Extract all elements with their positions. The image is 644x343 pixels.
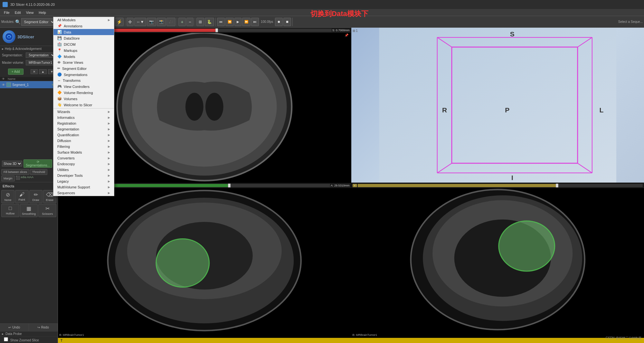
dropdown-data[interactable]: 📊 Data xyxy=(53,29,114,35)
segment-list-header: 👁 Name xyxy=(0,77,58,81)
dropdown-surface-models[interactable]: Surface Models xyxy=(53,149,114,155)
show-3d-button[interactable]: ⟳ Segmentations... xyxy=(24,159,52,168)
undo-button[interactable]: ↩ Undo xyxy=(0,324,29,331)
add-segment-button[interactable]: + Add xyxy=(8,69,24,75)
dropdown-legacy[interactable]: Legacy xyxy=(53,178,114,184)
tb-play[interactable]: ▶ xyxy=(234,18,242,26)
menu-view[interactable]: View xyxy=(24,10,36,15)
dropdown-wizards[interactable]: Wizards xyxy=(53,109,114,115)
dropdown-informatics[interactable]: Informatics xyxy=(53,115,114,120)
segmentation-select[interactable]: Segmentation xyxy=(26,52,56,58)
search-icon[interactable]: 🔍 xyxy=(15,19,21,24)
coronal-image-container: B: MRBrainTumor1 xyxy=(58,188,351,338)
dropdown-models[interactable]: 🔷 Models xyxy=(53,53,114,60)
threshold-button[interactable]: Threshold xyxy=(30,169,47,175)
dropdown-datastore[interactable]: 💾 DataStore xyxy=(53,35,114,41)
center-area: R S: 0.7000mm xyxy=(58,28,644,343)
svg-text:R: R xyxy=(442,106,447,114)
margin-button[interactable]: Margin xyxy=(1,176,15,181)
menu-file[interactable]: File xyxy=(1,10,12,15)
tb-btn5[interactable]: ⚡ xyxy=(115,18,124,26)
tb-play-prev[interactable]: ⏪ xyxy=(225,18,234,26)
dropdown-quantification[interactable]: Quantification xyxy=(53,132,114,138)
tb-minus[interactable]: − xyxy=(186,18,194,26)
nvidia-aiaa-label[interactable]: edia AIAA xyxy=(21,176,34,181)
yellow-bar: T xyxy=(58,338,644,343)
dropdown-view-controllers[interactable]: 🎮 View Controllers xyxy=(53,83,114,90)
fill-between-slices-button[interactable]: Fill between slices xyxy=(1,169,29,175)
segment-item[interactable]: 👁 Segment_1 ✏ xyxy=(0,81,58,88)
segment-color-swatch xyxy=(6,82,11,87)
tb-cam3[interactable]: 🎥 xyxy=(166,18,175,26)
tb-play-first[interactable]: ⏮ xyxy=(217,18,225,26)
tb-play-next[interactable]: ⏩ xyxy=(242,18,251,26)
dropdown-volumes[interactable]: 📦 Volumes xyxy=(53,96,114,102)
dropdown-utilities[interactable]: Utilities xyxy=(53,167,114,173)
sagittal-slider[interactable] xyxy=(358,184,643,187)
dropdown-all-modules[interactable]: All Modules xyxy=(53,17,114,23)
redo-button[interactable]: ↪ Redo xyxy=(29,324,58,331)
tb-rec1[interactable]: ⏺ xyxy=(275,18,283,26)
nvidia-icon[interactable]: ⬛ xyxy=(15,176,20,181)
dropdown-endoscopy[interactable]: Endoscopy xyxy=(53,161,114,167)
effects-grid-row2: □ Hollow ▦ Smoothing ✂ Scissors xyxy=(1,204,56,217)
dropdown-annotations[interactable]: 📌 Annotations xyxy=(53,23,114,29)
show-zoomed-checkbox[interactable] xyxy=(4,337,8,341)
slicer-logo: 3DSlicer xyxy=(0,28,58,46)
effect-scissors[interactable]: ✂ Scissors xyxy=(38,204,56,217)
dropdown-segmentations[interactable]: 🔵 Segmentations xyxy=(53,71,114,78)
tb-camera[interactable]: 📷 xyxy=(147,18,156,26)
show-3d-select[interactable]: Show 3D xyxy=(2,161,22,167)
effects-grid-row1: ⊘ None 🖌 Paint ✏ Draw ⌫ Erase xyxy=(1,190,56,203)
dropdown-registration[interactable]: Registration xyxy=(53,120,114,126)
tb-window[interactable]: ⊞ xyxy=(196,18,204,26)
dropdown-diffusion[interactable]: Diffusion xyxy=(53,138,114,144)
effect-hollow[interactable]: □ Hollow xyxy=(1,204,19,217)
dropdown-dicom[interactable]: 🏥 DICOM xyxy=(53,41,114,47)
effect-paint[interactable]: 🖌 Paint xyxy=(15,190,28,203)
effect-none[interactable]: ⊘ None xyxy=(1,190,14,203)
probe-toggle[interactable]: ▸ xyxy=(2,332,4,336)
3d-view-bg: S R L I P ⊞ 1 xyxy=(351,28,644,183)
dropdown-converters[interactable]: Converters xyxy=(53,155,114,161)
show-zoomed-label[interactable]: Show Zoomed Slice xyxy=(4,338,39,342)
move-up-button[interactable]: ▲ xyxy=(39,69,47,74)
effect-smoothing[interactable]: ▦ Smoothing xyxy=(20,204,38,217)
tb-cam2[interactable]: 📸 xyxy=(157,18,166,26)
modules-label: Modules: xyxy=(1,20,14,24)
spacer xyxy=(0,218,58,323)
select-seq-label: Select a Seque... xyxy=(618,20,643,24)
help-collapse[interactable]: ▸ Help & Acknowledgement xyxy=(0,46,58,52)
dropdown-segmentation[interactable]: Segmentation xyxy=(53,126,114,132)
dropdown-segment-editor[interactable]: ✏ Segment Editor xyxy=(53,65,114,71)
dropdown-welcome[interactable]: 👋 Welcome to Slicer xyxy=(53,102,114,108)
dropdown-developer-tools[interactable]: Developer Tools xyxy=(53,173,114,178)
dropdown-transforms[interactable]: ↔ Transforms xyxy=(53,78,114,83)
master-volume-row: Master volume: MRBrainTumor1 xyxy=(0,59,58,66)
dropdown-filtering[interactable]: Filtering xyxy=(53,144,114,149)
title-bar: 3D Slicer 4.11.0-2020-06-20 xyxy=(0,0,644,9)
svg-text:S: S xyxy=(510,30,514,38)
dropdown-scene-views[interactable]: 👁 Scene Views xyxy=(53,60,114,65)
svg-rect-7 xyxy=(379,28,616,183)
dropdown-volume-rendering[interactable]: 🔶 Volume Rendering xyxy=(53,90,114,96)
svg-point-4 xyxy=(185,93,204,121)
module-select[interactable]: Segment Editor xyxy=(21,18,55,26)
dropdown-multivolume[interactable]: MultiVolume Support xyxy=(53,184,114,190)
menu-help[interactable]: Help xyxy=(36,10,49,15)
tb-arrows[interactable]: ↔▼ xyxy=(134,18,147,26)
tb-plus[interactable]: + xyxy=(178,18,185,26)
sagittal-channel: Y xyxy=(353,184,357,187)
tb-play-last[interactable]: ⏭ xyxy=(251,18,259,26)
tb-python[interactable]: 🐍 xyxy=(205,18,214,26)
sagittal-top-bar: Y xyxy=(351,183,644,188)
dropdown-sequences[interactable]: Sequences xyxy=(53,190,114,196)
menu-edit[interactable]: Edit xyxy=(12,10,24,15)
master-volume-label: Master volume: xyxy=(2,61,24,64)
sep6 xyxy=(292,18,293,26)
dropdown-markups[interactable]: 📍 Markups xyxy=(53,47,114,53)
tb-crosshair[interactable]: ✛ xyxy=(127,18,134,26)
effect-draw[interactable]: ✏ Draw xyxy=(29,190,43,203)
remove-segment-button[interactable]: ✕ xyxy=(31,69,38,74)
tb-rec2[interactable]: ⏹ xyxy=(283,18,291,26)
